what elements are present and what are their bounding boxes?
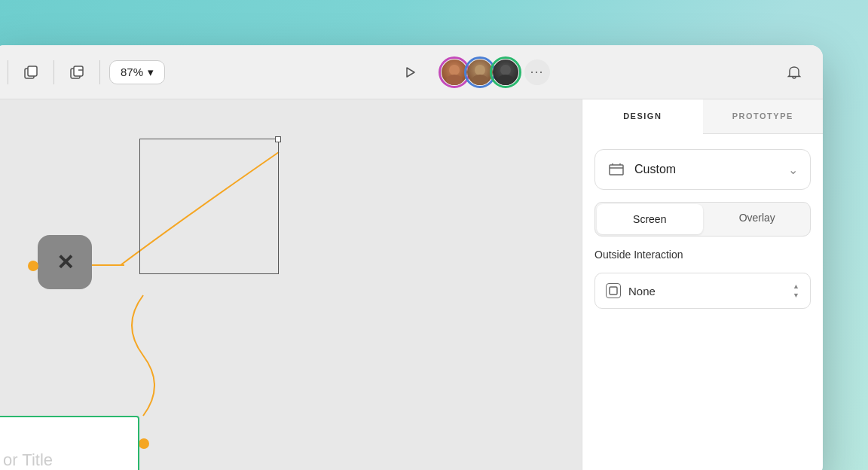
frame-icon <box>607 160 625 179</box>
canvas-frame-label: or Title <box>3 450 53 470</box>
frame-svg <box>607 160 625 179</box>
zoom-chevron-icon: ▾ <box>148 66 154 79</box>
bell-icon <box>785 63 803 81</box>
content-area: ✕ or Title DESIGN PROTOTYPE <box>0 99 823 470</box>
avatar-svg-3 <box>493 60 518 85</box>
play-button[interactable] <box>396 59 423 86</box>
overlay-option[interactable]: Overlay <box>704 203 811 236</box>
more-icon: ··· <box>530 64 544 80</box>
avatar-svg-1 <box>442 60 467 85</box>
zoom-value: 87% <box>121 66 143 78</box>
duplicate-icon-1[interactable] <box>17 59 44 86</box>
toolbar: 87% ▾ <box>0 45 823 99</box>
none-dropdown[interactable]: None ▲ ▼ <box>594 273 811 309</box>
notification-button[interactable] <box>781 59 808 86</box>
svg-point-8 <box>472 75 488 85</box>
none-svg <box>609 286 618 295</box>
connector-dot-left <box>28 261 38 271</box>
avatar-stack: ··· <box>439 56 550 88</box>
up-arrow-icon: ▲ <box>793 282 799 290</box>
screen-label: Screen <box>633 213 666 225</box>
tab-prototype[interactable]: PROTOTYPE <box>703 99 824 133</box>
none-dropdown-label: None <box>628 285 785 298</box>
svg-point-6 <box>446 75 463 85</box>
selection-rect <box>139 139 279 274</box>
close-node-icon: ✕ <box>57 250 74 275</box>
connector-dot-right <box>139 438 149 449</box>
dropdown-chevron-icon: ⌄ <box>788 163 798 177</box>
panel-content: Custom ⌄ Screen Overlay Outside Interact… <box>582 134 823 470</box>
none-icon <box>606 283 621 298</box>
duplicate-svg-1 <box>23 64 39 81</box>
svg-rect-11 <box>610 165 623 175</box>
selection-handle <box>275 136 281 142</box>
svg-rect-3 <box>74 66 83 76</box>
close-node[interactable]: ✕ <box>38 235 92 289</box>
toolbar-center: ··· <box>177 56 769 88</box>
stepper-arrows-icon: ▲ ▼ <box>793 282 799 299</box>
tab-prototype-label: PROTOTYPE <box>732 111 793 121</box>
svg-point-9 <box>500 65 511 75</box>
avatar-svg-2 <box>467 60 493 85</box>
duplicate-icon-2[interactable] <box>63 59 90 86</box>
custom-dropdown[interactable]: Custom ⌄ <box>594 149 811 190</box>
svg-point-5 <box>449 65 460 75</box>
toolbar-left: 87% ▾ <box>8 59 165 86</box>
outside-interaction-label: Outside Interaction <box>594 249 811 261</box>
tab-design[interactable]: DESIGN <box>582 99 703 134</box>
duplicate-svg-2 <box>69 64 85 81</box>
panel-tabs: DESIGN PROTOTYPE <box>582 99 823 134</box>
canvas-area[interactable]: ✕ or Title <box>0 99 582 470</box>
tab-design-label: DESIGN <box>623 111 662 121</box>
avatar-face-2 <box>467 60 493 85</box>
toolbar-right <box>781 59 808 86</box>
toolbar-divider-3 <box>99 60 100 84</box>
avatar-face-3 <box>493 60 518 85</box>
svg-rect-1 <box>28 66 37 76</box>
custom-dropdown-label: Custom <box>634 163 779 176</box>
overlay-label: Overlay <box>739 212 775 224</box>
right-panel: DESIGN PROTOTYPE <box>582 99 823 470</box>
svg-point-7 <box>475 65 485 75</box>
more-avatars-button[interactable]: ··· <box>524 60 550 85</box>
app-window: 87% ▾ <box>0 45 823 470</box>
avatar-user-3[interactable] <box>490 56 521 88</box>
screen-overlay-toggle: Screen Overlay <box>594 202 811 237</box>
down-arrow-icon: ▼ <box>793 291 799 299</box>
toolbar-divider-1 <box>8 60 8 84</box>
toolbar-divider-2 <box>53 60 54 84</box>
svg-point-10 <box>497 75 514 85</box>
canvas-frame-bottom[interactable]: or Title <box>0 416 139 470</box>
svg-rect-15 <box>610 287 617 295</box>
zoom-selector[interactable]: 87% ▾ <box>109 60 165 84</box>
screen-option[interactable]: Screen <box>597 204 703 234</box>
avatar-face-1 <box>442 60 467 85</box>
play-icon <box>402 64 418 81</box>
